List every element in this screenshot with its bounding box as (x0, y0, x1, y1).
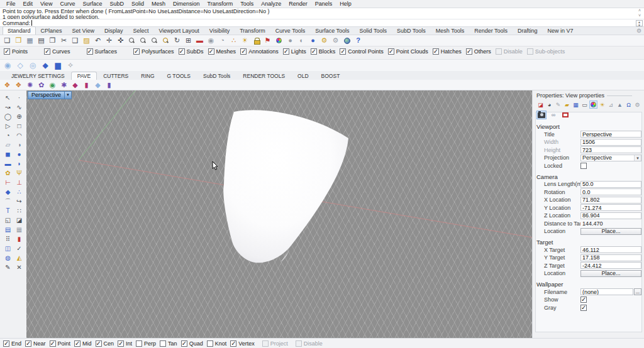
camera-place-button[interactable]: Place... (580, 228, 641, 235)
surface-plane-icon[interactable]: ▱ (3, 140, 13, 150)
pear-gem-icon[interactable]: ◇ (14, 60, 26, 71)
checkbox[interactable] (4, 48, 10, 55)
y-target-input[interactable] (580, 254, 641, 261)
pen-icon[interactable]: ✎ (3, 263, 13, 272)
filter-sub-objects[interactable]: Sub-objects (527, 48, 565, 55)
osnap-knot[interactable]: Knot (207, 340, 227, 347)
open-file-icon[interactable]: ❒ (13, 36, 24, 46)
hide-icon[interactable]: ◉ (206, 36, 216, 46)
ellipse-icon[interactable]: ◔ (3, 131, 13, 140)
lock-icon[interactable] (251, 36, 262, 46)
cylinder-icon[interactable]: ▬ (3, 159, 13, 168)
prong-red-icon[interactable]: ▮ (81, 80, 92, 90)
checkbox[interactable] (240, 48, 247, 55)
camera-subtab-icon[interactable] (536, 111, 547, 119)
array-icon[interactable]: ▦ (14, 225, 25, 234)
checkbox[interactable] (296, 340, 302, 347)
monitor-tab-icon[interactable]: ▭ (580, 101, 589, 109)
tab-curve-tools[interactable]: Curve Tools (270, 26, 310, 35)
options-icon[interactable]: ⚙ (330, 36, 341, 46)
command-input-line[interactable]: Command: ▲▼ (0, 19, 644, 26)
command-spinner[interactable]: ▲▼ (636, 20, 643, 26)
pave-curve-icon[interactable]: ✿ (36, 80, 47, 90)
menu-dimension[interactable]: Dimension (169, 1, 204, 7)
osnap-near[interactable]: Near (25, 340, 46, 347)
tab-visibility[interactable]: Visibility (204, 26, 235, 35)
osnap-disable[interactable]: Disable (296, 340, 323, 347)
render-tab-icon[interactable]: ▲ (616, 101, 624, 109)
checkbox[interactable] (25, 340, 31, 347)
prong-purple-icon[interactable]: ▮ (104, 80, 114, 90)
osnap-point[interactable]: Point (50, 340, 71, 347)
checkbox[interactable] (50, 340, 56, 347)
shaded-sphere-icon[interactable]: ◐ (296, 36, 307, 46)
box-icon[interactable]: ◼ (3, 150, 13, 159)
tab-jewelry-render-tools[interactable]: RENDER TOOLS (236, 72, 291, 80)
viewport-title-label[interactable]: Perspective (28, 91, 65, 99)
block-icon[interactable]: ▤ (3, 225, 13, 234)
rotate-view-icon[interactable]: ↻ (172, 36, 182, 46)
checkbox[interactable] (3, 340, 9, 347)
menu-curve[interactable]: Curve (56, 1, 79, 7)
checkbox[interactable] (87, 48, 93, 55)
copy-properties-icon[interactable]: ❐ (47, 36, 58, 46)
new-file-icon[interactable]: ❏ (2, 36, 13, 46)
circle-icon[interactable]: ◯ (3, 112, 13, 121)
filename-input[interactable] (580, 288, 633, 295)
viewport-title[interactable]: Perspective ▼ (28, 91, 72, 99)
undo-view-icon[interactable]: ▬ (194, 36, 205, 46)
chevron-down-icon[interactable]: ▼ (634, 155, 641, 161)
help-icon[interactable]: ? (353, 36, 364, 46)
group-icon[interactable]: ◱ (3, 215, 13, 225)
filter-annotations[interactable]: Annotations (240, 48, 279, 55)
solid-edit-icon[interactable]: ◆ (3, 187, 13, 197)
osnap-perp[interactable]: Perp (136, 340, 156, 347)
checkbox[interactable] (496, 48, 502, 55)
bell-tab-icon[interactable]: Ω (625, 101, 633, 109)
tab-ring[interactable]: RING (135, 72, 160, 80)
viewport-title-dropdown[interactable]: ▼ (65, 91, 72, 99)
title-input[interactable] (580, 131, 641, 138)
undo-icon[interactable]: ↶ (92, 36, 103, 46)
menu-tools[interactable]: Tools (236, 1, 257, 7)
color-wheel-icon[interactable] (274, 36, 284, 46)
circle-tangent-icon[interactable]: ⊕ (14, 112, 25, 121)
sun-tab-icon[interactable]: ☀ (598, 101, 606, 109)
point-grid-icon[interactable]: ∷ (14, 206, 25, 215)
tab-viewport-layout[interactable]: Viewport Layout (153, 26, 204, 35)
flag-icon[interactable]: ⚑ (262, 36, 273, 46)
checkbox[interactable] (133, 48, 140, 55)
match-icon[interactable]: ◪ (14, 215, 25, 225)
checkbox[interactable] (181, 340, 187, 347)
blue-sphere-icon[interactable]: ● (308, 36, 318, 46)
annotate-tab-icon[interactable]: ✎ (554, 101, 562, 109)
filter-meshes[interactable]: Meshes (208, 48, 236, 55)
filter-others[interactable]: Others (466, 48, 491, 55)
curve-icon[interactable]: ↝ (3, 102, 13, 112)
points-on-icon[interactable]: ∴ (14, 187, 25, 197)
surface-loft-icon[interactable]: ◑ (14, 140, 25, 150)
tab-select[interactable]: Select (128, 26, 153, 35)
tab-mesh-tools[interactable]: Mesh Tools (431, 26, 469, 35)
tab-surface-tools[interactable]: Surface Tools (310, 26, 354, 35)
point-icon[interactable]: · (14, 93, 25, 102)
checkbox[interactable] (96, 340, 102, 347)
zoom-dynamic-icon[interactable] (138, 36, 148, 46)
array-grid-icon[interactable]: ⠿ (3, 234, 13, 244)
rotation-input[interactable] (580, 188, 641, 195)
pave-sphere-icon[interactable]: ◉ (47, 80, 58, 90)
osnap-cen[interactable]: Cen (96, 340, 114, 347)
checkbox[interactable] (433, 48, 439, 55)
curve-offset-icon[interactable]: ↪ (14, 197, 25, 206)
osnap-mid[interactable]: Mid (74, 340, 92, 347)
osnap-vertex[interactable]: Vertex (230, 340, 255, 347)
menu-help[interactable]: Help (336, 1, 355, 7)
view-properties-tab-icon[interactable] (589, 101, 597, 109)
options-v7-icon[interactable]: ⚙ (319, 36, 330, 46)
tab-cplanes[interactable]: CPlanes (36, 26, 67, 35)
gray-sphere-icon[interactable]: ● (285, 36, 296, 46)
checkbox[interactable] (230, 340, 236, 347)
filter-hatches[interactable]: Hatches (433, 48, 462, 55)
side-gem-icon[interactable]: ◎ (27, 60, 38, 71)
checkbox[interactable] (44, 48, 50, 55)
